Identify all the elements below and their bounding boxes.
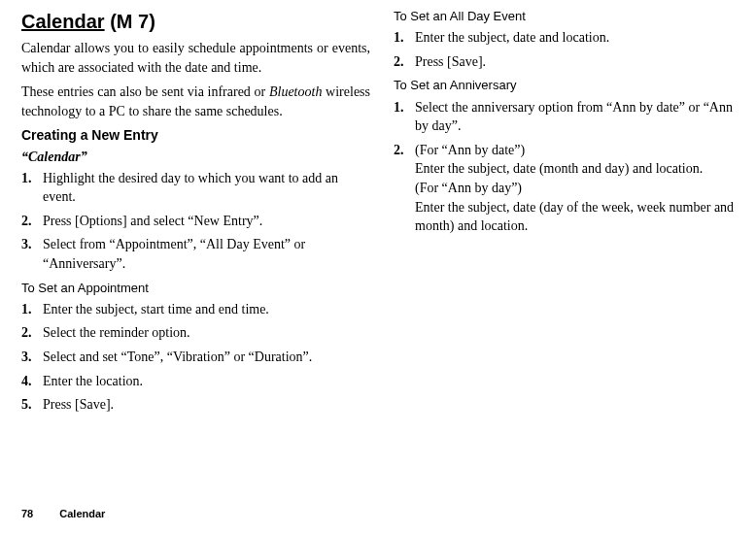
para2-bluetooth: Bluetooth	[269, 84, 322, 99]
heading-anniversary: To Set an Anniversary	[394, 77, 742, 94]
step-number: 3.	[21, 235, 43, 273]
step-text: Enter the subject, date and location.	[415, 28, 742, 48]
step-text: Enter the subject, start time and end ti…	[43, 300, 370, 319]
create-step: 3. Select from “Appointment”, “All Day E…	[21, 235, 370, 273]
footer-section: Calendar	[59, 508, 105, 519]
step-text: Select the anniversary option from “Ann …	[415, 98, 742, 136]
para2-part-a: These entries can also be sent via infra…	[21, 84, 269, 99]
step-text: (For “Ann by date”) Enter the subject, d…	[415, 141, 742, 236]
anniv-2d: Enter the subject, date (day of the week…	[415, 200, 734, 234]
step-text: Enter the location.	[43, 372, 370, 391]
appt-step: 3. Select and set “Tone”, “Vibration” or…	[21, 348, 370, 367]
anniv-step: 1. Select the anniversary option from “A…	[394, 98, 742, 136]
step-number: 1.	[394, 98, 415, 136]
title-suffix: (M 7)	[105, 11, 155, 32]
appt-step: 2. Select the reminder option.	[21, 323, 370, 343]
step-text: Press [Save].	[415, 52, 742, 72]
step-text: Press [Options] and select “New Entry”.	[43, 212, 370, 231]
create-step: 1. Highlight the desired day to which yo…	[21, 169, 370, 207]
step-number: 3.	[21, 348, 43, 367]
create-step: 2. Press [Options] and select “New Entry…	[21, 212, 370, 231]
anniv-2b: Enter the subject, date (month and day) …	[415, 161, 703, 176]
step-number: 1.	[394, 28, 415, 48]
title-main: Calendar	[21, 11, 105, 32]
heading-appointment: To Set an Appointment	[21, 280, 370, 297]
title: Calendar (M 7)	[21, 8, 370, 35]
heading-create: Creating a New Entry	[21, 126, 370, 146]
step-number: 2.	[394, 141, 415, 236]
step-text: Highlight the desired day to which you w…	[43, 169, 370, 207]
step-number: 2.	[394, 52, 415, 72]
step-number: 2.	[21, 323, 43, 343]
allday-step: 2. Press [Save].	[394, 52, 742, 72]
left-column: Calendar (M 7) Calendar allows you to ea…	[21, 8, 370, 419]
appt-step: 4. Enter the location.	[21, 372, 370, 391]
step-text: Press [Save].	[43, 395, 370, 415]
step-text: Select the reminder option.	[43, 323, 370, 343]
step-number: 1.	[21, 300, 43, 319]
appt-step: 1. Enter the subject, start time and end…	[21, 300, 370, 319]
anniv-step: 2. (For “Ann by date”) Enter the subject…	[394, 141, 742, 236]
step-number: 2.	[21, 212, 43, 231]
page-number: 78	[21, 508, 33, 519]
page-content: Calendar (M 7) Calendar allows you to ea…	[0, 0, 756, 419]
intro-para-1: Calendar allows you to easily schedule a…	[21, 39, 370, 77]
intro-para-2: These entries can also be sent via infra…	[21, 83, 370, 120]
allday-step: 1. Enter the subject, date and location.	[394, 28, 742, 48]
step-text: Select and set “Tone”, “Vibration” or “D…	[43, 348, 370, 367]
step-text: Select from “Appointment”, “All Day Even…	[43, 235, 370, 273]
step-number: 1.	[21, 169, 43, 207]
right-column: To Set an All Day Event 1. Enter the sub…	[394, 8, 742, 419]
heading-allday: To Set an All Day Event	[394, 8, 742, 25]
anniv-2c: (For “Ann by day”)	[415, 181, 522, 195]
step-number: 4.	[21, 372, 43, 391]
appt-step: 5. Press [Save].	[21, 395, 370, 415]
step-number: 5.	[21, 395, 43, 415]
anniv-2a: (For “Ann by date”)	[415, 143, 525, 157]
path-calendar: “Calendar”	[21, 148, 370, 167]
footer: 78 Calendar	[21, 507, 105, 521]
